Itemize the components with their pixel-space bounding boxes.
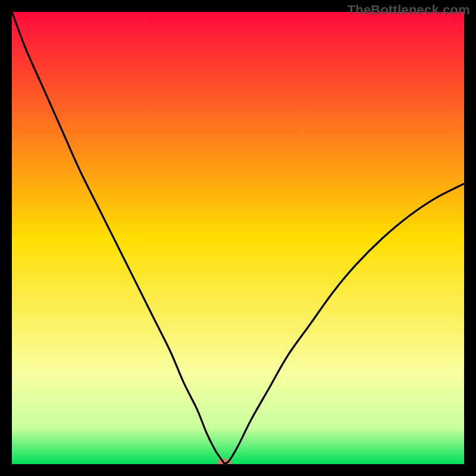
watermark-text: TheBottleneck.com [347,2,470,18]
chart-stage: TheBottleneck.com [0,0,476,476]
bottleneck-chart [12,12,464,464]
chart-background [12,12,464,464]
